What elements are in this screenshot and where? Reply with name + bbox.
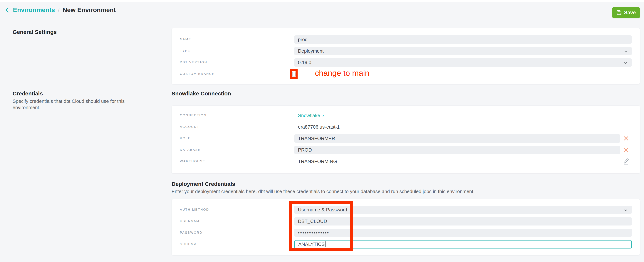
credentials-heading: Credentials — [12, 90, 43, 97]
deployment-credentials-description: Enter your deployment credentials here. … — [172, 188, 625, 194]
username-label: USERNAME — [180, 219, 294, 223]
general-settings-card: NAME prod TYPE Deployment DBT VERSION 0.… — [172, 28, 640, 84]
page: Environments / New Environment Save Gene… — [0, 0, 644, 262]
auth-method-select[interactable]: Username & Password — [294, 206, 632, 214]
credentials-description: Specify credentials that dbt Cloud shoul… — [12, 98, 153, 111]
general-settings-heading: General Settings — [12, 29, 57, 35]
schema-input[interactable]: ANALYTICS — [294, 240, 632, 248]
warehouse-value: TRANSFORMING — [294, 159, 337, 164]
auth-method-row: AUTH METHOD Username & Password — [180, 204, 632, 215]
chevron-down-icon — [624, 208, 628, 214]
remove-role-x-icon[interactable] — [623, 136, 629, 141]
name-row: NAME prod — [180, 34, 632, 45]
save-floppy-icon — [616, 10, 622, 15]
custom-branch-row: CUSTOM BRANCH — [180, 68, 632, 80]
back-button[interactable] — [5, 7, 10, 13]
account-value: era87706.us-east-1 — [294, 124, 340, 130]
annotation-box-checkbox — [290, 69, 298, 79]
account-row: ACCOUNT era87706.us-east-1 — [180, 121, 632, 133]
connection-row: CONNECTION Snowflake › — [180, 110, 632, 121]
snowflake-connection-card: CONNECTION Snowflake › ACCOUNT era87706.… — [172, 106, 640, 173]
remove-database-x-icon[interactable] — [623, 147, 629, 153]
role-input[interactable]: TRANSFORMER — [294, 134, 620, 143]
password-row: PASSWORD •••••••••••••• — [180, 227, 632, 238]
dbt-version-select-value: 0.19.0 — [298, 60, 311, 65]
auth-method-label: AUTH METHOD — [180, 208, 294, 212]
dbt-version-label: DBT VERSION — [180, 61, 294, 64]
type-select-value: Deployment — [298, 48, 324, 54]
dbt-version-row: DBT VERSION 0.19.0 — [180, 57, 632, 68]
role-label: ROLE — [180, 137, 294, 140]
schema-label: SCHEMA — [180, 242, 294, 246]
name-label: NAME — [180, 38, 294, 41]
breadcrumb: Environments / New Environment — [5, 6, 116, 14]
schema-row: SCHEMA ANALYTICS — [180, 238, 632, 250]
custom-branch-label: CUSTOM BRANCH — [180, 72, 294, 76]
chevron-right-icon: › — [322, 113, 324, 118]
save-button-label: Save — [624, 10, 636, 16]
auth-method-select-value: Username & Password — [298, 207, 347, 213]
chevron-left-icon — [5, 7, 10, 13]
breadcrumb-separator: / — [58, 6, 60, 14]
page-title: New Environment — [62, 6, 116, 14]
text-cursor — [325, 241, 326, 247]
warehouse-label: WAREHOUSE — [180, 160, 294, 163]
password-input[interactable]: •••••••••••••• — [294, 229, 632, 237]
role-row: ROLE TRANSFORMER — [180, 133, 632, 144]
breadcrumb-environments-link[interactable]: Environments — [13, 6, 55, 14]
edit-pencil-icon[interactable] — [623, 158, 629, 165]
dbt-version-select[interactable]: 0.19.0 — [294, 58, 632, 67]
username-row: USERNAME DBT_CLOUD — [180, 215, 632, 227]
database-input[interactable]: PROD — [294, 146, 620, 154]
annotation-note: change to main — [315, 69, 369, 78]
account-label: ACCOUNT — [180, 125, 294, 129]
warehouse-row: WAREHOUSE TRANSFORMING — [180, 156, 632, 167]
snowflake-connection-link[interactable]: Snowflake › — [294, 113, 324, 118]
deployment-credentials-card: AUTH METHOD Username & Password USERNAME… — [172, 199, 640, 255]
database-row: DATABASE PROD — [180, 144, 632, 156]
type-row: TYPE Deployment — [180, 45, 632, 57]
database-label: DATABASE — [180, 148, 294, 152]
username-input[interactable]: DBT_CLOUD — [294, 217, 632, 225]
password-label: PASSWORD — [180, 231, 294, 234]
deployment-credentials-heading: Deployment Credentials — [172, 181, 235, 187]
chevron-down-icon — [624, 49, 628, 55]
type-select[interactable]: Deployment — [294, 47, 632, 55]
connection-link-label: Snowflake — [298, 113, 320, 118]
type-label: TYPE — [180, 49, 294, 53]
connection-label: CONNECTION — [180, 114, 294, 117]
snowflake-connection-heading: Snowflake Connection — [172, 90, 231, 97]
top-strip — [0, 0, 644, 2]
name-input[interactable]: prod — [294, 35, 632, 44]
schema-input-value: ANALYTICS — [298, 241, 325, 247]
custom-branch-checkbox[interactable] — [292, 72, 296, 77]
chevron-down-icon — [624, 61, 628, 66]
save-button[interactable]: Save — [612, 7, 640, 18]
